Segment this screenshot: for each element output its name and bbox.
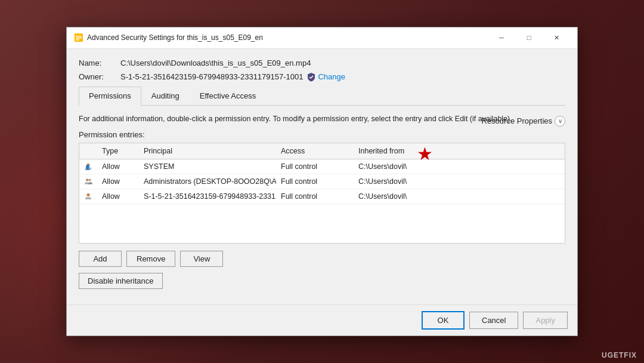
titlebar: Advanced Security Settings for this_is_u…	[67, 27, 577, 49]
entry-access: Full control	[276, 189, 354, 204]
tab-auditing[interactable]: Auditing	[141, 87, 190, 105]
entry-access: Full control	[276, 159, 354, 174]
user-icon	[84, 192, 92, 201]
entry-type: Allow	[97, 189, 139, 204]
name-value: C:\Users\dovil\Downloads\this_is_us_s05_…	[120, 59, 311, 67]
change-owner-link[interactable]: Change	[306, 72, 345, 82]
header-access: Access	[276, 146, 354, 156]
table-row[interactable]: Allow Administrators (DESKTOP-8OOO28Q\Ad…	[79, 174, 565, 189]
svg-rect-3	[76, 39, 79, 41]
header-icon	[79, 146, 97, 156]
watermark: UGETFIX	[602, 351, 637, 359]
header-type: Type	[97, 146, 139, 156]
entry-inherited: C:\Users\dovil\	[354, 174, 461, 189]
entry-icon-cell	[79, 174, 97, 189]
svg-point-8	[88, 179, 91, 181]
resource-properties-label: Resource Properties	[482, 116, 553, 125]
entry-type: Allow	[97, 174, 139, 189]
dialog-footer: OK Cancel Apply	[67, 304, 577, 336]
view-button[interactable]: View	[180, 251, 223, 267]
entry-inherited: C:\Users\dovil\	[354, 159, 461, 174]
table-header: Type Principal Access Inherited from	[79, 143, 565, 159]
permission-entries-label: Permission entries:	[79, 130, 565, 139]
owner-label: Owner:	[79, 72, 120, 81]
table-body: 👤 Allow SYSTEM Full control C:\Users\dov…	[79, 159, 565, 243]
name-row: Name: C:\Users\dovil\Downloads\this_is_u…	[79, 59, 565, 67]
table-row[interactable]: 👤 Allow SYSTEM Full control C:\Users\dov…	[79, 159, 565, 174]
cancel-button[interactable]: Cancel	[469, 312, 518, 329]
shield-icon	[306, 72, 316, 82]
change-label: Change	[318, 72, 345, 81]
svg-point-7	[86, 179, 88, 181]
dialog-icon	[74, 33, 83, 42]
entry-icon-cell: 👤	[79, 159, 97, 174]
resource-properties-button[interactable]: Resource Properties ∨	[482, 116, 566, 127]
table-row[interactable]: Allow S-1-5-21-3516423159-679948933-2331…	[79, 189, 565, 204]
dialog-content: Name: C:\Users\dovil\Downloads\this_is_u…	[67, 49, 577, 305]
svg-point-9	[86, 193, 89, 196]
owner-row: Owner: S-1-5-21-3516423159-679948933-233…	[79, 72, 565, 82]
disable-inheritance-button[interactable]: Disable inheritance	[79, 273, 163, 289]
owner-value: S-1-5-21-3516423159-679948933-2331179157…	[120, 72, 303, 81]
entry-icon-cell	[79, 189, 97, 204]
restore-button[interactable]: □	[515, 29, 543, 46]
permissions-table: Type Principal Access Inherited from	[79, 143, 565, 244]
header-inherited: Inherited from	[354, 146, 461, 156]
apply-button[interactable]: Apply	[523, 312, 568, 329]
entry-principal: S-1-5-21-3516423159-679948933-2331179157…	[139, 189, 276, 204]
svg-rect-1	[76, 36, 82, 37]
entry-access: Full control	[276, 174, 354, 189]
entry-principal: Administrators (DESKTOP-8OOO28Q\Administ…	[139, 174, 276, 189]
remove-button[interactable]: Remove	[126, 251, 175, 267]
users-icon	[84, 177, 92, 186]
header-principal: Principal	[139, 146, 276, 156]
permissions-tab-content: For additional information, double-click…	[79, 106, 565, 296]
entry-inherited: C:\Users\dovil\	[354, 189, 461, 204]
entry-type: Allow	[97, 159, 139, 174]
minimize-button[interactable]: ─	[488, 29, 515, 46]
add-button[interactable]: Add	[79, 251, 122, 267]
entry-principal: SYSTEM	[139, 159, 276, 174]
name-label: Name:	[79, 59, 120, 67]
advanced-security-dialog: Advanced Security Settings for this_is_u…	[66, 27, 578, 337]
ok-button[interactable]: OK	[422, 311, 465, 330]
user-icon: 👤	[84, 162, 92, 171]
window-controls: ─ □ ✕	[488, 29, 570, 46]
tabs-container: Permissions Auditing Effective Access	[79, 87, 565, 106]
dialog-title: Advanced Security Settings for this_is_u…	[87, 33, 484, 42]
tab-permissions[interactable]: Permissions	[79, 87, 141, 106]
action-buttons: Add Remove View	[79, 251, 565, 267]
svg-text:👤: 👤	[85, 164, 91, 170]
tab-effective-access[interactable]: Effective Access	[190, 87, 266, 105]
svg-rect-2	[76, 38, 82, 39]
close-button[interactable]: ✕	[543, 29, 570, 46]
chevron-down-icon: ∨	[555, 116, 565, 127]
